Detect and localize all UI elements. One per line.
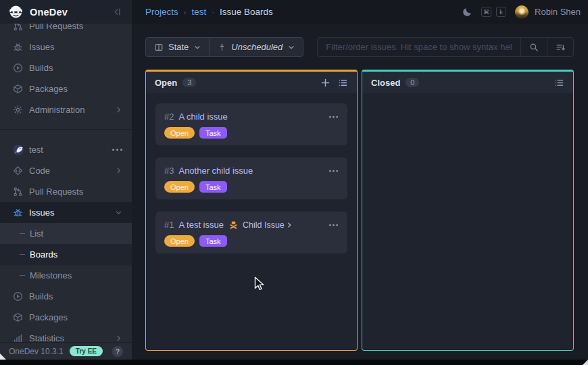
sidebar-item-label: Administration [29,105,115,115]
sidebar-item-issues-milestones[interactable]: Milestones [0,265,132,286]
breadcrumb-project-link[interactable]: test [191,7,206,17]
package-icon [13,84,23,94]
add-issue-button[interactable] [320,78,330,88]
sidebar-project-header[interactable]: test [0,139,132,160]
filter-bar [317,37,574,57]
issue-card[interactable]: #1 A test issue Child Issue [155,212,347,253]
bug-icon [13,208,23,218]
play-circle-icon [13,63,23,73]
topbar-tools: ⌘ k Robin Shen [462,5,581,19]
issue-number: #3 [164,166,174,176]
sidebar-item-label: Issues [29,208,115,218]
app-window: OneDev Projects › test · Issue Boards ⌘ … [0,0,588,360]
issue-card[interactable]: #2 A child issue Open Task [155,103,347,145]
column-title: Open [155,78,177,88]
type-badge: Task [199,235,227,247]
card-more-button[interactable] [328,115,339,119]
column-count-badge: 3 [182,78,196,87]
try-ee-badge[interactable]: Try EE [70,346,103,356]
sidebar-nav: Pull Requests Issues Builds [0,24,132,349]
dash-icon [20,233,25,234]
chevron-down-icon [288,44,295,51]
sidebar-item-project-builds[interactable]: Builds [0,286,132,307]
dash-icon [20,254,25,255]
sidebar-item-issues[interactable]: Issues [0,36,132,57]
frame-artifact [583,360,588,365]
pull-request-icon [13,187,23,197]
card-header: #2 A child issue [164,112,339,122]
issue-title[interactable]: A test issue [178,220,223,230]
board-columns-icon [154,43,164,52]
bug-icon [13,42,23,52]
code-diamond-icon [13,166,23,176]
sidebar-collapse-button[interactable] [112,7,122,17]
chevron-right-icon [115,106,122,114]
milestone-dropdown[interactable]: Unscheduled [209,38,303,56]
more-icon[interactable] [112,149,122,151]
help-button[interactable]: ? [112,346,123,357]
column-menu-button[interactable] [554,78,564,88]
gear-icon [13,105,23,115]
sidebar-item-project-packages[interactable]: Packages [0,307,132,328]
issue-card[interactable]: #3 Another child issue Open Task [155,157,347,199]
card-more-button[interactable] [328,169,339,173]
sidebar-item-label: Packages [29,84,122,94]
sidebar-item-project-issues[interactable]: Issues [0,202,132,223]
card-more-button[interactable] [328,223,339,227]
card-badges: Open Task [164,235,339,247]
filter-input[interactable] [318,38,520,56]
dark-mode-toggle[interactable] [462,7,472,17]
user-name[interactable]: Robin Shen [535,7,581,17]
project-avatar [13,145,24,155]
column-header-closed: Closed 0 [362,72,573,93]
card-header: #1 A test issue Child Issue [164,220,339,230]
sidebar-item-administration[interactable]: Administration [0,99,132,120]
play-circle-icon [13,291,23,301]
sidebar-item-project-pull-requests[interactable]: Pull Requests [0,181,132,202]
board-controls: State Unscheduled [145,37,303,57]
sidebar-item-label: Packages [29,312,122,322]
dot-separator-icon: · [212,8,214,16]
order-button[interactable] [547,38,573,56]
child-issue-link[interactable]: Child Issue [243,220,293,230]
card-badges: Open Task [164,127,339,139]
pull-request-icon [13,24,23,31]
column-menu-button[interactable] [338,78,348,88]
breadcrumb-projects-link[interactable]: Projects [145,7,178,17]
main-content: State Unscheduled [132,24,588,360]
package-icon [13,312,23,322]
sidebar-item-label: Milestones [30,270,122,281]
topbar-main: Projects › test · Issue Boards ⌘ k Robin… [132,0,588,24]
column-body-open: #2 A child issue Open Task [146,93,357,350]
sidebar-item-builds[interactable]: Builds [0,57,132,78]
sidebar-item-code[interactable]: Code [0,160,132,181]
project-name: test [29,145,112,155]
sidebar-item-pull-requests[interactable]: Pull Requests [0,24,132,36]
sidebar-item-packages[interactable]: Packages [0,78,132,99]
board-column-open: Open 3 #2 A chi [145,70,358,351]
issue-title[interactable]: A child issue [178,112,227,122]
issue-title[interactable]: Another child issue [178,166,253,176]
app-version: OneDev 10.3.1 [9,347,64,356]
column-title: Closed [371,78,400,88]
card-header: #3 Another child issue [164,166,339,176]
user-avatar[interactable] [515,5,529,19]
sidebar-item-label: Issues [29,42,122,52]
chevron-down-icon [115,209,122,216]
sidebar-item-issues-boards[interactable]: Boards [0,244,132,265]
state-badge: Open [164,127,195,139]
column-actions [320,78,348,88]
state-dropdown[interactable]: State [146,38,209,56]
sidebar-footer: OneDev 10.3.1 Try EE ? [0,342,132,360]
sidebar-divider [0,129,132,130]
breadcrumb-current-page: Issue Boards [220,7,273,17]
board-column-closed: Closed 0 [362,70,574,351]
sidebar-item-issues-list[interactable]: List [0,223,132,244]
issue-board-toolbar: State Unscheduled [145,37,574,57]
sidebar-item-label: Pull Requests [29,187,122,197]
card-badges: Open Task [164,181,339,193]
search-button[interactable] [520,38,547,56]
chevron-right-icon: › [184,8,187,16]
child-issue-link-label: Child Issue [243,220,285,230]
sidebar-item-label: List [30,228,122,239]
